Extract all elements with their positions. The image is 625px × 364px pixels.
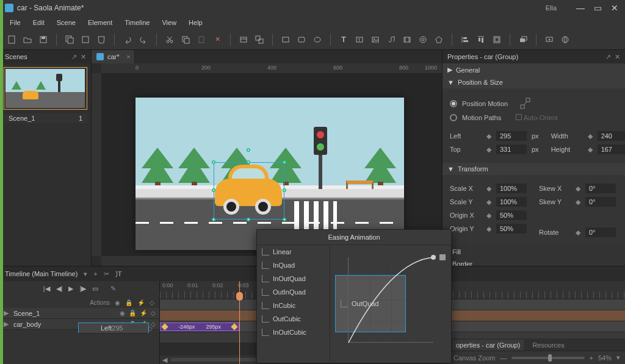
zoom-in-button[interactable]: +	[590, 354, 593, 362]
track-scene[interactable]: ▶Scene_1◉🔒⚡◇	[0, 308, 159, 319]
motion-paths-radio[interactable]	[450, 114, 457, 121]
tab-close-icon[interactable]: ×	[126, 53, 130, 60]
play-start-button[interactable]: |◀	[43, 285, 50, 293]
easing-option-inquad[interactable]: InQuad	[257, 259, 330, 272]
skewy-input[interactable]	[585, 197, 616, 207]
div-tool-button[interactable]	[237, 33, 250, 46]
easing-end-handle[interactable]	[439, 254, 446, 260]
new-button[interactable]	[5, 33, 18, 46]
track-left[interactable]: Left295◇	[78, 323, 149, 334]
fill-section[interactable]: Fill	[443, 246, 625, 258]
canvas-tab[interactable]: car* ×	[92, 50, 135, 63]
selection-box[interactable]	[214, 162, 284, 219]
transform-section[interactable]: ▼ Transform	[443, 163, 625, 175]
easing-option-incubic[interactable]: InCubic	[257, 299, 330, 312]
possize-section[interactable]: ▼ Position & Size	[443, 76, 625, 88]
close-panel-icon[interactable]: ✕	[81, 53, 86, 61]
zoom-slider[interactable]	[511, 357, 584, 359]
ellipse-button[interactable]	[311, 33, 324, 46]
general-section[interactable]: ▶ General	[443, 63, 625, 76]
saveall-button[interactable]	[63, 33, 76, 46]
pencil-icon[interactable]: ✎	[110, 285, 116, 293]
tl-label-icon[interactable]: ⟩T	[115, 270, 122, 278]
close-button[interactable]: ✕	[609, 2, 620, 13]
cut-button[interactable]	[163, 33, 176, 46]
textbox-button[interactable]: T	[353, 33, 366, 46]
save-button[interactable]	[37, 33, 50, 46]
footer-tab-resources[interactable]: Resources	[529, 340, 568, 351]
tl-add-icon[interactable]: +	[93, 270, 97, 277]
keyframe-start[interactable]	[161, 323, 168, 330]
skewx-input[interactable]	[585, 184, 616, 193]
width-input[interactable]	[598, 131, 625, 141]
tween-bar[interactable]: -246px 295px	[160, 323, 239, 331]
easing-option-linear[interactable]: Linear	[257, 245, 330, 259]
easing-option-outcubic[interactable]: OutCubic	[257, 312, 330, 326]
menu-edit[interactable]: Edit	[28, 18, 49, 27]
tl-cut-icon[interactable]: ✂	[104, 270, 109, 278]
roundrect-button[interactable]	[295, 33, 308, 46]
video-button[interactable]	[400, 33, 414, 46]
playhead[interactable]	[239, 281, 240, 364]
easing-list[interactable]: LinearInQuadOutQuadInOutQuadOutInQuadInC…	[257, 245, 330, 361]
border-section[interactable]: Border	[443, 258, 625, 266]
preview-browser-button[interactable]	[558, 33, 572, 46]
menu-timeline[interactable]: Timeline	[120, 18, 154, 27]
open-button[interactable]	[21, 33, 34, 46]
close-panel-icon[interactable]: ✕	[615, 53, 620, 61]
play-button[interactable]: ▶	[68, 285, 73, 293]
easing-option-inoutcubic[interactable]: InOutCubic	[257, 326, 330, 339]
add-key-icon[interactable]: ◇	[150, 299, 154, 306]
eye-icon[interactable]: ◉	[115, 299, 120, 306]
expand-icon[interactable]: ↗	[605, 53, 611, 61]
menu-help[interactable]: Help	[184, 18, 208, 27]
easing-option-inoutquad[interactable]: InOutQuad	[257, 272, 330, 285]
image-button[interactable]	[369, 33, 382, 46]
left-input[interactable]	[496, 131, 527, 141]
footer-tab-properties[interactable]: operties - car (Group)	[452, 340, 524, 351]
zoom-out-button[interactable]: —	[500, 354, 507, 362]
lock-icon[interactable]: 🔒	[125, 299, 132, 306]
export-button[interactable]	[79, 33, 92, 46]
stage[interactable]	[135, 98, 404, 250]
html5-button[interactable]	[95, 33, 108, 46]
align-top-button[interactable]	[474, 33, 488, 46]
play-loop-button[interactable]: ▭	[92, 285, 98, 293]
audio-button[interactable]	[385, 33, 398, 46]
minimize-button[interactable]: —	[575, 2, 586, 13]
menu-file[interactable]: File	[5, 18, 26, 27]
scalex-input[interactable]	[496, 184, 527, 193]
delete-button[interactable]: ✕	[211, 33, 224, 46]
scene-thumb[interactable]	[4, 67, 87, 110]
undo-button[interactable]	[121, 33, 134, 46]
height-input[interactable]	[598, 145, 625, 154]
keyframe-end[interactable]	[231, 323, 237, 330]
align-left-button[interactable]	[458, 33, 472, 46]
tl-dropdown-icon[interactable]: ▾	[84, 270, 87, 278]
top-input[interactable]	[496, 145, 527, 154]
scene-label[interactable]: Scene_1 1	[4, 113, 87, 123]
paste-button[interactable]	[195, 33, 208, 46]
stage-wrapper[interactable]	[101, 73, 442, 256]
size-button[interactable]	[490, 33, 504, 46]
copy-button[interactable]	[179, 33, 192, 46]
shape-button[interactable]	[432, 33, 446, 46]
play-prev-button[interactable]: ◀|	[56, 285, 63, 293]
rotate-input[interactable]	[585, 227, 616, 237]
position-motion-radio[interactable]	[450, 100, 457, 107]
text-button[interactable]: T	[337, 33, 350, 46]
easing-option-outinquad[interactable]: OutInQuad	[257, 285, 330, 299]
menu-view[interactable]: View	[157, 18, 181, 27]
redo-button[interactable]	[137, 33, 150, 46]
arrange-button[interactable]	[516, 33, 530, 46]
originx-input[interactable]	[496, 210, 527, 220]
menu-element[interactable]: Element	[83, 18, 117, 27]
preview-button[interactable]	[543, 33, 556, 46]
symbol-button[interactable]	[416, 33, 430, 46]
expand-icon[interactable]: ↗	[71, 53, 77, 61]
play-next-button[interactable]: |▶	[79, 285, 86, 293]
menu-scene[interactable]: Scene	[52, 18, 81, 27]
maximize-button[interactable]: ▭	[592, 2, 603, 13]
scaley-input[interactable]	[496, 197, 527, 207]
originy-input[interactable]	[496, 224, 527, 234]
